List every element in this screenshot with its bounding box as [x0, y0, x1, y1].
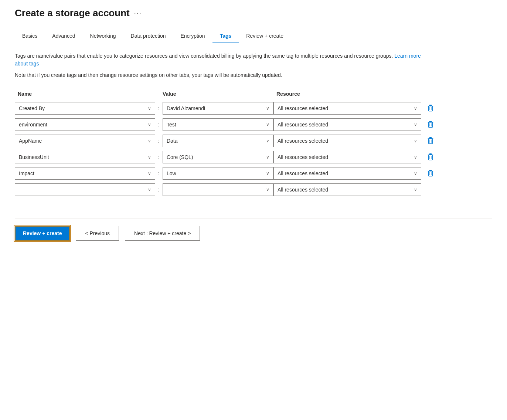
colon-separator-6: :: [155, 187, 161, 193]
colon-separator-3: :: [155, 138, 161, 144]
resource-text-6: All resources selected: [278, 187, 412, 193]
table-row: BusinessUnit∨:Core (SQL)∨All resources s…: [15, 151, 440, 163]
value-dropdown-2[interactable]: Test∨: [163, 118, 273, 131]
note-text: Note that if you create tags and then ch…: [15, 71, 492, 79]
tags-rows: Created By∨:David Alzamendi∨All resource…: [15, 102, 440, 196]
name-dropdown-3[interactable]: AppName∨: [15, 135, 155, 147]
trash-icon: [427, 121, 434, 128]
resource-dropdown-1[interactable]: All resources selected∨: [273, 102, 421, 115]
value-chevron-down-icon-2: ∨: [266, 122, 269, 127]
tab-encryption[interactable]: Encryption: [173, 29, 212, 43]
value-chevron-down-icon-6: ∨: [266, 187, 269, 192]
col-resource: Resource: [273, 89, 421, 98]
trash-icon: [427, 105, 434, 112]
col-name: Name: [15, 89, 155, 98]
name-dropdown-5[interactable]: Impact∨: [15, 167, 155, 180]
col-value: Value: [155, 89, 273, 98]
resource-text-3: All resources selected: [278, 138, 412, 144]
footer: Review + create < Previous Next : Review…: [15, 218, 492, 241]
trash-icon: [427, 137, 434, 145]
resource-chevron-down-icon-1: ∨: [414, 106, 417, 111]
name-value-4: BusinessUnit: [19, 154, 146, 160]
delete-button-2[interactable]: [423, 119, 438, 130]
tags-table: Name Value Resource Created By∨:David Al…: [15, 89, 440, 196]
name-chevron-down-icon-4: ∨: [148, 155, 151, 160]
resource-text-4: All resources selected: [278, 154, 412, 160]
table-row: environment∨:Test∨All resources selected…: [15, 118, 440, 131]
delete-button-5[interactable]: [423, 168, 438, 179]
resource-text-5: All resources selected: [278, 170, 412, 176]
tab-networking[interactable]: Networking: [83, 29, 123, 43]
table-row: ∨:∨All resources selected∨: [15, 183, 440, 196]
name-chevron-down-icon-1: ∨: [148, 106, 151, 111]
resource-dropdown-5[interactable]: All resources selected∨: [273, 167, 421, 180]
value-text-3: Data: [167, 138, 264, 144]
value-text-1: David Alzamendi: [167, 105, 264, 111]
review-create-button[interactable]: Review + create: [15, 226, 70, 241]
colon-separator-4: :: [155, 154, 161, 160]
resource-chevron-down-icon-6: ∨: [414, 187, 417, 192]
name-dropdown-6[interactable]: ∨: [15, 183, 155, 196]
value-chevron-down-icon-5: ∨: [266, 171, 269, 176]
colon-separator-1: :: [155, 105, 161, 111]
name-dropdown-2[interactable]: environment∨: [15, 118, 155, 131]
name-chevron-down-icon-2: ∨: [148, 122, 151, 127]
tags-header: Name Value Resource: [15, 89, 440, 98]
resource-chevron-down-icon-4: ∨: [414, 155, 417, 160]
value-dropdown-1[interactable]: David Alzamendi∨: [163, 102, 273, 115]
tab-tags[interactable]: Tags: [212, 29, 239, 43]
resource-chevron-down-icon-2: ∨: [414, 122, 417, 127]
tab-basics[interactable]: Basics: [15, 29, 45, 43]
tabs-nav: BasicsAdvancedNetworkingData protectionE…: [15, 29, 492, 43]
table-row: Impact∨:Low∨All resources selected∨: [15, 167, 440, 180]
colon-separator-5: :: [155, 170, 161, 176]
delete-button-3[interactable]: [423, 136, 438, 146]
name-chevron-down-icon-5: ∨: [148, 171, 151, 176]
colon-separator-2: :: [155, 122, 161, 128]
value-chevron-down-icon-3: ∨: [266, 138, 269, 143]
page-title: Create a storage account ···: [15, 7, 492, 19]
resource-dropdown-4[interactable]: All resources selected∨: [273, 151, 421, 163]
resource-dropdown-2[interactable]: All resources selected∨: [273, 118, 421, 131]
tab-review-create[interactable]: Review + create: [239, 29, 291, 43]
value-dropdown-4[interactable]: Core (SQL)∨: [163, 151, 273, 163]
delete-button-1[interactable]: [423, 103, 438, 114]
resource-dropdown-6[interactable]: All resources selected∨: [273, 183, 421, 196]
resource-text-2: All resources selected: [278, 122, 412, 128]
tab-advanced[interactable]: Advanced: [45, 29, 82, 43]
name-dropdown-4[interactable]: BusinessUnit∨: [15, 151, 155, 163]
trash-icon: [427, 153, 434, 161]
value-text-5: Low: [167, 170, 264, 176]
name-chevron-down-icon-3: ∨: [148, 138, 151, 143]
resource-text-1: All resources selected: [278, 105, 412, 111]
value-chevron-down-icon-1: ∨: [266, 106, 269, 111]
resource-chevron-down-icon-5: ∨: [414, 171, 417, 176]
table-row: AppName∨:Data∨All resources selected∨: [15, 135, 440, 147]
name-value-1: Created By: [19, 105, 146, 111]
description-text: Tags are name/value pairs that enable yo…: [15, 52, 421, 68]
value-dropdown-3[interactable]: Data∨: [163, 135, 273, 147]
next-button[interactable]: Next : Review + create >: [125, 226, 200, 241]
name-dropdown-1[interactable]: Created By∨: [15, 102, 155, 115]
trash-icon: [427, 170, 434, 177]
name-chevron-down-icon-6: ∨: [148, 187, 151, 192]
resource-chevron-down-icon-3: ∨: [414, 138, 417, 143]
value-text-4: Core (SQL): [167, 154, 264, 160]
value-text-2: Test: [167, 122, 264, 128]
value-dropdown-6[interactable]: ∨: [163, 183, 273, 196]
name-value-2: environment: [19, 122, 146, 128]
delete-button-4[interactable]: [423, 152, 438, 162]
previous-button[interactable]: < Previous: [76, 226, 119, 241]
resource-dropdown-3[interactable]: All resources selected∨: [273, 135, 421, 147]
tab-data-protection[interactable]: Data protection: [123, 29, 173, 43]
value-chevron-down-icon-4: ∨: [266, 155, 269, 160]
name-value-5: Impact: [19, 170, 146, 176]
table-row: Created By∨:David Alzamendi∨All resource…: [15, 102, 440, 115]
name-value-3: AppName: [19, 138, 146, 144]
value-dropdown-5[interactable]: Low∨: [163, 167, 273, 180]
